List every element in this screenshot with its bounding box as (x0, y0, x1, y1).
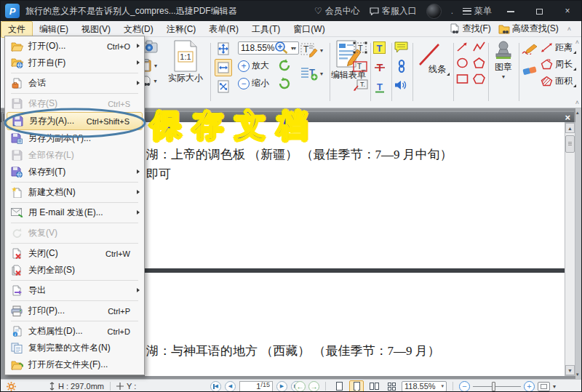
sticky-note-tool-button[interactable] (394, 41, 409, 55)
sound-tool-button[interactable] (394, 79, 409, 93)
panel-collapse-bottom-icon[interactable]: ▾ (576, 372, 579, 377)
file-menu-item[interactable]: 另存为副本(Y)... (7, 130, 143, 147)
file-menu-item[interactable]: 保存到(T) (7, 164, 143, 180)
strikeout-text-tool-button[interactable]: T (373, 61, 386, 76)
arrow-tool-button[interactable] (456, 41, 469, 55)
add-text-dropdown-icon[interactable]: ▾ (320, 71, 323, 77)
menu-document[interactable]: 文档(D) (117, 22, 160, 37)
text-properties-dropdown-icon[interactable]: ▾ (320, 47, 323, 54)
previous-page-button[interactable]: ◀ (225, 381, 236, 392)
fit-width-button[interactable] (215, 59, 232, 76)
options-gear-icon[interactable] (7, 382, 16, 391)
close-button[interactable]: × (558, 6, 577, 16)
link-tool-button[interactable] (396, 60, 407, 75)
paste-dropdown-icon[interactable]: ▾ (154, 63, 157, 69)
zoom-in-button[interactable]: + 放大 (238, 60, 269, 72)
zoom-out-button[interactable]: − 缩小 (238, 77, 269, 89)
pdf-page-2[interactable]: 湖：与神耳语的地方 （西藏） （最佳季节：7—9 月） (144, 273, 565, 376)
fit-window-button[interactable] (538, 382, 550, 391)
edit-text-properties-button[interactable]: T▾ (300, 43, 323, 57)
menu-button[interactable]: 菜单 (463, 5, 492, 17)
menu-window[interactable]: 窗口(W) (287, 22, 331, 37)
stamp-tool-button[interactable]: 图章 ▾ (493, 41, 514, 80)
history-forward-button[interactable]: → (308, 381, 319, 392)
user-avatar[interactable] (426, 4, 442, 19)
rectangle-tool-button[interactable] (456, 73, 469, 87)
history-back-button[interactable]: ← (295, 381, 306, 392)
rotate-right-button[interactable] (277, 76, 292, 92)
actual-size-button[interactable]: 1:1 实际大小 (168, 40, 203, 84)
eraser-tool-button[interactable] (522, 65, 538, 78)
menu-tools[interactable]: 工具(T) (245, 22, 287, 37)
file-menu-item[interactable]: 打开所在文件夹(F)... (7, 356, 143, 373)
support-entry-button[interactable]: 客服入口 (370, 5, 417, 17)
edit-text-object-button[interactable]: T (353, 41, 369, 57)
next-page-button[interactable]: ▶ (276, 381, 287, 392)
pane-close-button[interactable]: × (565, 112, 570, 123)
fit-visible-button[interactable] (215, 78, 232, 95)
panel-collapse-top-icon[interactable]: ▴ (576, 110, 579, 116)
file-menu-item[interactable]: 关闭全部(S) (7, 262, 143, 279)
file-menu-item[interactable]: 另存为(A)...Ctrl+Shift+S (7, 112, 143, 130)
file-menu-item[interactable]: 关闭(C)Ctrl+W (7, 245, 143, 262)
fit-page-button[interactable] (215, 40, 232, 57)
page-number-input[interactable]: 1/15 (239, 381, 273, 392)
measure-area-button[interactable]: 面积 (541, 75, 576, 87)
scrollbar-thumb[interactable] (565, 135, 575, 153)
add-text-button[interactable]: T▾ (300, 66, 323, 81)
two-page-view-button[interactable] (367, 380, 381, 392)
file-menu-item[interactable]: 复制完整的文件名(N) (7, 340, 143, 356)
measure-distance-button[interactable]: 距离 (541, 41, 576, 54)
file-menu-item[interactable]: 导出 (7, 282, 143, 299)
scroll-down-button[interactable]: ▼ (565, 365, 575, 375)
oval-tool-button[interactable] (456, 57, 469, 71)
search-dropdown-icon[interactable]: ▾ (154, 78, 156, 84)
polygon-tool-button[interactable] (473, 73, 485, 87)
status-zoom-out-button[interactable]: − (459, 381, 470, 392)
file-menu-item[interactable]: 打印(P)...Ctrl+P (7, 303, 143, 319)
measure-perimeter-button[interactable]: 周长 (541, 58, 576, 71)
underline-text-tool-button[interactable]: T (373, 81, 386, 96)
marquee-zoom-button[interactable]: ▾ (274, 41, 294, 55)
four-page-view-button[interactable] (384, 380, 399, 392)
continuous-view-button[interactable] (349, 380, 364, 392)
rotate-left-button[interactable] (277, 58, 292, 73)
status-zoom-combobox[interactable]: 118.55%▾ (402, 381, 447, 392)
file-menu-item[interactable]: 会话 (7, 75, 143, 92)
file-menu-item[interactable]: 新建文档(N) (7, 184, 143, 201)
advanced-find-button[interactable]: 高级查找(S) (498, 23, 559, 35)
file-menu-item[interactable]: 打开自(F) (7, 55, 143, 71)
line-tool-button[interactable]: 线条 (417, 41, 450, 76)
menu-edit[interactable]: 编辑(E) (33, 22, 75, 37)
file-menu-item[interactable]: 用 E-mail 发送(E)... (7, 204, 143, 221)
pentagon-tool-button[interactable] (473, 57, 485, 71)
collapse-chevron-icon[interactable]: ˄ (567, 25, 571, 33)
find-button[interactable]: 查找(F) (450, 23, 490, 35)
text-callout-tool-button[interactable]: T. (353, 79, 369, 94)
menu-comment[interactable]: 注释(C) (160, 22, 203, 37)
member-center-button[interactable]: ♡ 会员中心 (314, 5, 360, 17)
file-menu-item[interactable]: i文档属性(D)...Ctrl+D (7, 323, 143, 340)
menu-view[interactable]: 视图(V) (75, 22, 117, 37)
zoom-slider-thumb[interactable] (492, 382, 495, 391)
pdf-page-1[interactable]: 湖：上帝的调色板 （新疆） （最佳季节：7—9 月中旬） 即可 (144, 122, 565, 268)
first-page-button[interactable]: ◀ (210, 381, 221, 392)
magnifier-dropdown-icon[interactable]: ▾ (291, 45, 294, 52)
fit-window-dropdown-icon[interactable]: ▾ (553, 383, 556, 390)
toolbar-collapse-bottom-icon[interactable]: ˄ (575, 99, 579, 106)
stamp-dropdown-icon[interactable]: ▾ (502, 73, 505, 80)
maximize-button[interactable] (530, 6, 549, 16)
highlight-text-tool-button[interactable]: T (373, 41, 386, 57)
minimize-button[interactable] (501, 6, 520, 16)
scroll-up-button[interactable]: ▲ (565, 123, 575, 133)
file-menu-item[interactable]: 打开(O)...Ctrl+O (7, 38, 143, 55)
pencil-tool-button[interactable] (522, 43, 539, 57)
single-page-view-button[interactable] (332, 380, 346, 392)
status-zoom-in-button[interactable]: + (524, 381, 535, 392)
polyline-tool-button[interactable] (473, 41, 485, 55)
zoom-slider[interactable] (473, 381, 521, 392)
vertical-scrollbar[interactable]: ▲ ▼ (565, 122, 575, 376)
menu-form[interactable]: 表单(R) (202, 22, 245, 37)
text-box-tool-button[interactable]: T_ (353, 61, 369, 75)
toolbar-collapse-top-icon[interactable]: ˄ (575, 39, 579, 46)
